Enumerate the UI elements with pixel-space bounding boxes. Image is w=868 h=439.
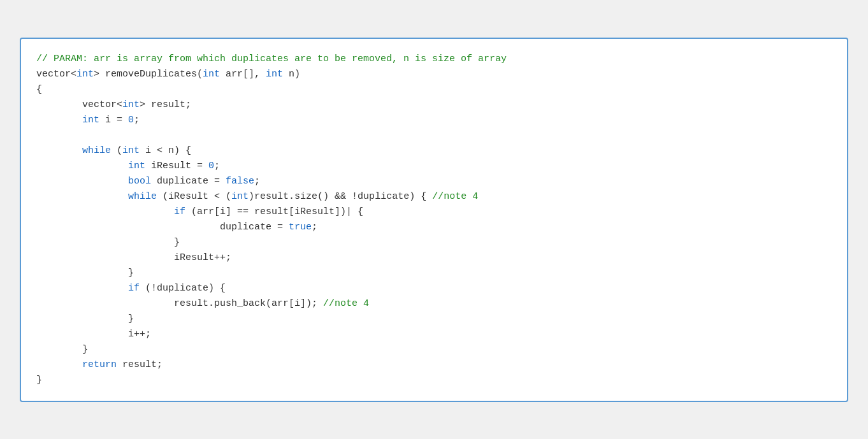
code-token: bool	[128, 176, 151, 187]
code-token: int	[203, 69, 220, 80]
code-token: }	[36, 313, 134, 324]
code-line	[36, 128, 832, 143]
code-line: if (arr[i] == result[iResult])| {	[36, 205, 832, 220]
code-token: while	[128, 191, 157, 202]
code-token: // PARAM: arr is array from which duplic…	[36, 54, 507, 64]
code-token: int	[231, 191, 249, 202]
code-line: int i = 0;	[36, 113, 832, 128]
code-token: (	[111, 145, 122, 156]
code-token: int	[266, 69, 283, 80]
code-line: }	[36, 266, 832, 281]
code-line: return result;	[36, 357, 832, 373]
code-line: int iResult = 0;	[36, 159, 832, 174]
code-token: n)	[283, 69, 300, 80]
code-token	[36, 359, 82, 370]
code-token: )result.size() && !duplicate) {	[249, 191, 432, 202]
code-token: i < n) {	[140, 145, 191, 156]
code-line: vector<int> result;	[36, 97, 832, 113]
code-token: int	[76, 69, 94, 80]
code-line: bool duplicate = false;	[36, 174, 832, 189]
code-token: vector<	[36, 69, 76, 80]
code-token: (iResult < (	[157, 191, 231, 202]
code-token: arr[],	[220, 69, 266, 80]
code-token: }	[36, 344, 88, 355]
code-token	[36, 145, 82, 156]
code-token: ;	[214, 161, 220, 171]
code-token: int	[122, 99, 140, 110]
code-token: false	[226, 176, 254, 187]
code-token: result;	[117, 359, 163, 370]
code-token	[36, 176, 128, 187]
code-token: }	[36, 268, 134, 278]
code-token	[36, 191, 128, 202]
code-token: return	[82, 359, 117, 370]
code-token: 0	[208, 161, 214, 171]
code-line: }	[36, 235, 832, 250]
code-token: //note 4	[323, 298, 369, 309]
code-line: duplicate = true;	[36, 220, 832, 235]
code-token: int	[122, 145, 140, 156]
code-token: if	[174, 206, 185, 217]
code-line: // PARAM: arr is array from which duplic…	[36, 52, 832, 67]
code-token	[36, 161, 128, 171]
code-line: if (!duplicate) {	[36, 281, 832, 296]
code-token: (!duplicate) {	[140, 283, 226, 294]
code-token: iResult++;	[36, 252, 231, 263]
code-token: {	[36, 84, 42, 95]
code-token: //note 4	[432, 191, 478, 202]
code-token	[36, 115, 82, 126]
code-token: vector<	[36, 99, 122, 110]
code-container: // PARAM: arr is array from which duplic…	[20, 38, 848, 402]
code-token: duplicate =	[151, 176, 226, 187]
code-token: result.push_back(arr[i]);	[36, 298, 323, 309]
code-token: int	[128, 161, 145, 171]
code-line: while (iResult < (int)result.size() && !…	[36, 189, 832, 205]
code-token: duplicate =	[36, 222, 289, 233]
code-line: vector<int> removeDuplicates(int arr[], …	[36, 67, 832, 82]
code-token: i++;	[36, 329, 151, 340]
code-token: i =	[99, 115, 128, 126]
code-line: while (int i < n) {	[36, 143, 832, 159]
code-line: {	[36, 82, 832, 97]
code-token: ;	[312, 222, 317, 233]
code-token: }	[36, 375, 42, 385]
code-token: (arr[i] == result[iResult])| {	[185, 206, 363, 217]
code-token: iResult =	[145, 161, 208, 171]
code-line: }	[36, 312, 832, 327]
code-token	[36, 206, 174, 217]
code-token: ;	[134, 115, 140, 126]
code-line: }	[36, 373, 832, 388]
code-token: true	[289, 222, 312, 233]
code-token: ;	[254, 176, 260, 187]
code-line: i++;	[36, 327, 832, 342]
code-token: }	[36, 237, 180, 248]
code-token: while	[82, 145, 111, 156]
code-token: > removeDuplicates(	[94, 69, 203, 80]
code-token: 0	[128, 115, 134, 126]
code-token	[36, 283, 128, 294]
code-token: if	[128, 283, 140, 294]
code-line: result.push_back(arr[i]); //note 4	[36, 296, 832, 312]
code-token: > result;	[140, 99, 191, 110]
code-line: iResult++;	[36, 250, 832, 266]
code-block: // PARAM: arr is array from which duplic…	[36, 52, 832, 388]
code-token: int	[82, 115, 99, 126]
code-line: }	[36, 342, 832, 357]
